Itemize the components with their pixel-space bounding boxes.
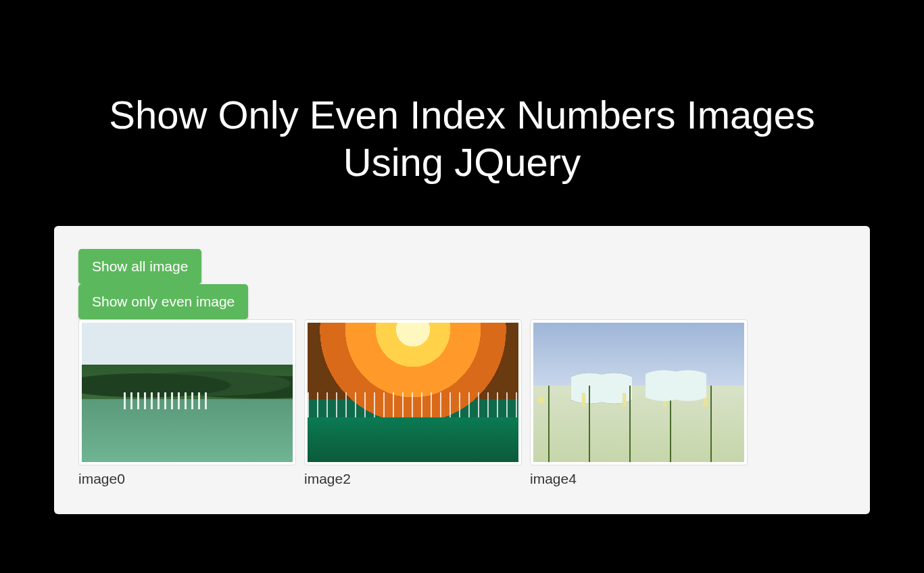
image-thumbnail-frame xyxy=(530,319,748,465)
image-thumbnail-frame xyxy=(78,319,296,465)
page-title: Show Only Even Index Numbers Images Usin… xyxy=(57,0,868,226)
image-card: image0 xyxy=(78,319,296,487)
button-row: Show all image Show only even image xyxy=(78,249,846,319)
image-caption: image2 xyxy=(304,471,522,487)
content-panel: Show all image Show only even image imag… xyxy=(54,226,870,514)
decoration-buds xyxy=(533,393,744,407)
image-caption: image0 xyxy=(78,471,296,487)
image-caption: image4 xyxy=(530,471,748,487)
image-card: image4 xyxy=(530,319,748,487)
show-all-button[interactable]: Show all image xyxy=(78,249,201,284)
image-thumbnail[interactable] xyxy=(82,323,293,462)
image-gallery: image0 image2 image4 xyxy=(78,319,846,487)
image-thumbnail-frame xyxy=(304,319,522,465)
image-thumbnail[interactable] xyxy=(533,323,744,462)
image-card: image2 xyxy=(304,319,522,487)
show-even-button[interactable]: Show only even image xyxy=(78,284,248,319)
image-thumbnail[interactable] xyxy=(308,323,518,462)
